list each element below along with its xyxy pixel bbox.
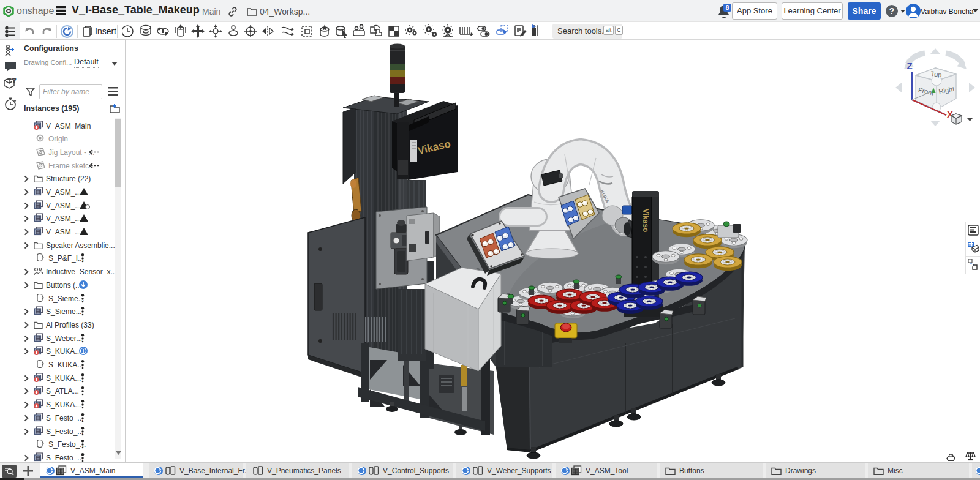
svg-text:?: ?: [12, 78, 16, 84]
svg-text:Z: Z: [907, 61, 912, 71]
svg-text:Top: Top: [930, 70, 942, 78]
svg-text:?: ?: [889, 6, 895, 16]
svg-text:Vikaso: Vikaso: [641, 209, 650, 232]
svg-text:8: 8: [726, 4, 729, 11]
